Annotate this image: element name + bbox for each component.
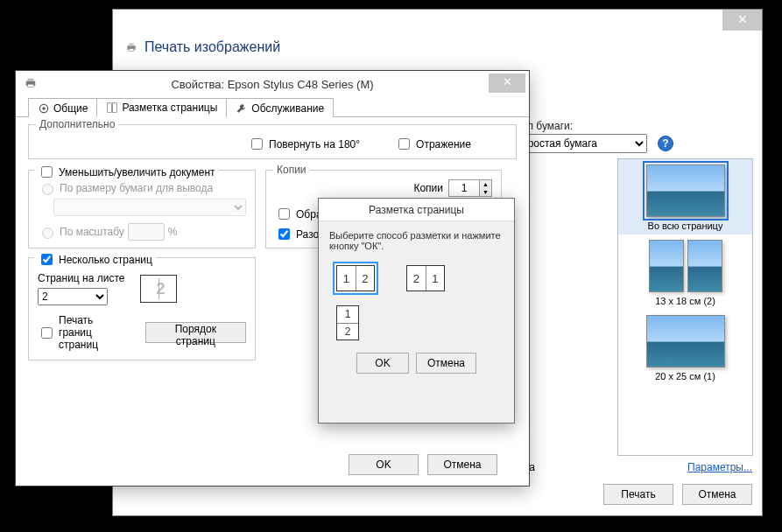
cancel-button[interactable]: Отмена (416, 353, 476, 374)
thumb-label: 13 x 18 см (2) (622, 296, 749, 306)
preview-icon (646, 315, 725, 368)
close-icon[interactable]: ✕ (489, 74, 525, 93)
copies-label: Копии (413, 182, 443, 194)
tab-page-layout[interactable]: Разметка страницы (96, 98, 227, 117)
cancel-button[interactable]: Отмена (682, 484, 752, 505)
copies-spinner[interactable]: ▲▼ (448, 179, 492, 197)
tab-maintenance[interactable]: Обслуживание (226, 98, 334, 117)
svg-rect-8 (108, 103, 112, 113)
params-link[interactable]: Параметры... (687, 461, 752, 473)
thumb-20x25[interactable]: 20 x 25 см (1) (618, 310, 752, 385)
multipage-group: Несколько страниц Страниц на листе 2 2 П… (28, 257, 256, 360)
right-panel: Тип бумаги: Простая бумага ? (516, 120, 752, 153)
mirror-checkbox[interactable]: Отражение (395, 136, 471, 152)
copies-input[interactable] (449, 180, 479, 196)
thumb-full-page[interactable]: Во всю страницу (618, 159, 752, 234)
printer-icon (23, 77, 39, 89)
outer-titlebar: ✕ (113, 10, 762, 34)
shrink-group: Уменьшить/увеличить документ По размеру … (28, 170, 256, 368)
dialog-body: Выберите способ разметки и нажмите кнопк… (319, 221, 514, 382)
svg-rect-4 (28, 79, 34, 81)
cancel-button[interactable]: Отмена (427, 454, 497, 475)
help-icon[interactable]: ? (658, 136, 673, 151)
tabs: Общие Разметка страницы Обслуживание (16, 97, 529, 117)
spinner-down-icon[interactable]: ▼ (480, 188, 491, 196)
dialog-message: Выберите способ разметки и нажмите кнопк… (329, 230, 504, 251)
props-titlebar: Свойства: Epson Stylus C48 Series (M) ✕ (16, 71, 529, 97)
dialog-title: Разметка страницы (319, 199, 514, 221)
props-title: Свойства: Epson Stylus C48 Series (M) (171, 78, 373, 91)
pages-per-sheet-label: Страниц на листе (38, 272, 124, 284)
shrink-checkbox[interactable]: Уменьшить/увеличить документ (34, 164, 219, 180)
fit-paper-radio: По размеру бумаги для вывода (38, 181, 246, 195)
outer-header: Печать изображений (113, 34, 762, 60)
layout-21-option[interactable]: 21 (406, 265, 445, 291)
thumb-label: 20 x 25 см (1) (622, 371, 749, 382)
svg-rect-5 (28, 84, 34, 88)
svg-rect-1 (129, 43, 134, 46)
props-buttons: OK Отмена (349, 454, 497, 475)
thumb-13x18[interactable]: 13 x 18 см (2) (618, 234, 752, 310)
preview-icon (622, 240, 749, 292)
spinner-up-icon[interactable]: ▲ (480, 180, 491, 188)
svg-rect-2 (129, 49, 134, 52)
outer-bottom: у кадра Параметры... Печать Отмена (498, 461, 752, 505)
pages-preview-icon: 2 (140, 275, 177, 303)
rotate-checkbox[interactable]: Повернуть на 180° (248, 136, 360, 152)
print-button[interactable]: Печать (603, 484, 673, 505)
ok-button[interactable]: OK (356, 353, 409, 374)
wrench-icon (236, 102, 248, 115)
scale-input (128, 223, 165, 241)
layout-thumbnails: Во всю страницу 13 x 18 см (2) 20 x 25 с… (617, 158, 753, 456)
layout-vertical-option[interactable]: 12 (336, 305, 359, 340)
paper-type-select[interactable]: Простая бумага (516, 134, 647, 153)
preview-icon (646, 164, 725, 217)
extra-group: Дополнительно Повернуть на 180° Отражени… (28, 124, 517, 159)
gear-icon (38, 102, 50, 115)
multipage-checkbox[interactable]: Несколько страниц (34, 251, 156, 268)
page-order-button[interactable]: Порядок страниц (145, 322, 246, 343)
paper-type-label: Тип бумаги: (516, 120, 752, 132)
layout-12-option[interactable]: 12 (336, 265, 375, 291)
tab-general[interactable]: Общие (28, 98, 97, 117)
svg-rect-9 (113, 103, 117, 113)
extra-legend: Дополнительно (36, 118, 118, 130)
page-layout-dialog: Разметка страницы Выберите способ размет… (318, 198, 515, 424)
thumb-label: Во всю страницу (622, 220, 749, 231)
printer-icon (125, 41, 137, 53)
scale-radio: По масштабу % (38, 223, 246, 241)
layout-icon (106, 102, 118, 114)
pages-per-sheet-select[interactable]: 2 (38, 288, 108, 305)
svg-point-7 (42, 107, 46, 110)
print-borders-checkbox[interactable]: Печать границ страниц (38, 314, 128, 351)
close-icon[interactable]: ✕ (722, 10, 762, 31)
outer-title: Печать изображений (144, 39, 280, 55)
paper-size-select (53, 199, 246, 216)
copies-legend: Копии (273, 164, 310, 176)
ok-button[interactable]: OK (349, 454, 419, 475)
